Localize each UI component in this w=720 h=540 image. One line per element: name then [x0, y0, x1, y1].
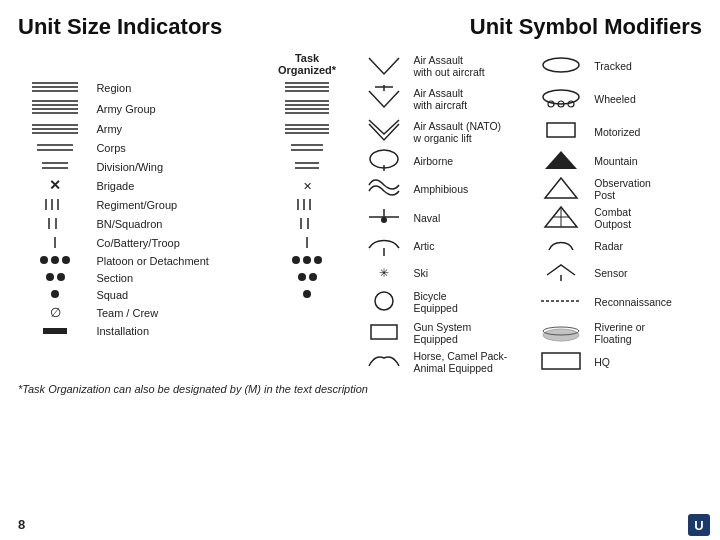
task-symbol-cell [266, 269, 348, 286]
squad-symbol [48, 288, 62, 300]
mod-symbol-cell [358, 81, 409, 116]
col-header-symbol [18, 50, 92, 77]
mod-label-cell: Horse, Camel Pack-Animal Equipped [409, 348, 532, 375]
modifier-row: Gun SystemEquipped Riverine orFloating [358, 317, 702, 348]
label-cell: Platoon or Detachment [92, 252, 266, 269]
modifier-row: Airborne Mountain [358, 147, 702, 174]
svg-point-54 [309, 273, 317, 281]
battery-task-symbol [300, 235, 314, 249]
svg-text:✕: ✕ [49, 178, 61, 192]
mod-symbol-cell: ✳ [358, 259, 409, 286]
symbol-cell [18, 138, 92, 157]
division-task-symbol [293, 159, 321, 173]
footer-note: *Task Organization can also be designate… [18, 383, 702, 395]
platoon-task-symbol [289, 254, 325, 266]
mod-label-cell2: Radar [590, 232, 702, 259]
logo-icon: U [688, 514, 710, 536]
mod-label-cell: Air Assaultwith out aircraft [409, 50, 532, 81]
svg-point-47 [62, 256, 70, 264]
table-row: Army [18, 119, 348, 138]
svg-rect-82 [371, 325, 397, 339]
radar-symbol [543, 234, 579, 256]
installation-symbol [41, 324, 69, 336]
left-column: Task Organized* R [18, 50, 348, 375]
army-symbol [30, 121, 80, 135]
corps-task-symbol [289, 140, 325, 154]
modifier-row: Amphibious ObservationPost [358, 174, 702, 203]
modifiers-table: Air Assaultwith out aircraft Tracked [358, 50, 702, 375]
mod-symbol-cell [358, 116, 409, 147]
mod-symbol-cell2 [532, 50, 590, 81]
label-cell: Corps [92, 138, 266, 157]
task-symbol-cell [266, 119, 348, 138]
svg-point-45 [40, 256, 48, 264]
svg-rect-66 [547, 123, 575, 137]
mod-label-cell: Air Assaultwith aircraft [409, 81, 532, 116]
regiment-symbol [40, 197, 70, 211]
modifier-row: Horse, Camel Pack-Animal Equipped HQ [358, 348, 702, 375]
ski-symbol: ✳ [365, 261, 403, 283]
air-assault-without-symbol [365, 52, 403, 78]
amphibious-symbol [365, 177, 403, 199]
wheeled-symbol [539, 87, 583, 109]
mod-label-cell2: Reconnaissance [590, 286, 702, 317]
page: Unit Size Indicators Unit Symbol Modifie… [0, 0, 720, 540]
mod-label-cell2: CombatOutpost [590, 203, 702, 232]
mod-symbol-cell [358, 232, 409, 259]
mod-label-cell: Amphibious [409, 174, 532, 203]
task-symbol-cell [266, 322, 348, 339]
mod-label-cell2: Sensor [590, 259, 702, 286]
section-task-symbol [295, 271, 319, 283]
region-task-symbol [283, 79, 331, 95]
battalion-symbol [43, 216, 67, 230]
page-number: 8 [18, 517, 25, 532]
mod-symbol-cell2 [532, 348, 590, 375]
task-symbol-cell [266, 157, 348, 176]
modifier-row: Air Assaultwith aircraft Wheeled [358, 81, 702, 116]
bicycle-symbol [365, 288, 403, 314]
modifier-row: BicycleEquipped Reconnaissance [358, 286, 702, 317]
mod-symbol-cell2 [532, 232, 590, 259]
observation-post-symbol [543, 176, 579, 200]
mod-label-cell2: ObservationPost [590, 174, 702, 203]
task-symbol-cell [266, 303, 348, 322]
mod-symbol-cell [358, 203, 409, 232]
task-symbol-cell [266, 233, 348, 252]
air-assault-with-symbol [365, 83, 403, 113]
mod-label-cell2: HQ [590, 348, 702, 375]
squad-task-symbol [300, 288, 314, 300]
mod-symbol-cell [358, 147, 409, 174]
col-header-label [92, 50, 266, 77]
table-row: Army Group [18, 98, 348, 119]
label-cell: BN/Squadron [92, 214, 266, 233]
label-cell: Team / Crew [92, 303, 266, 322]
task-symbol-cell [266, 138, 348, 157]
page-header: Unit Size Indicators Unit Symbol Modifie… [18, 14, 702, 40]
footnote-text: *Task Organization can also be designate… [18, 383, 368, 395]
label-cell: Army [92, 119, 266, 138]
label-cell: Squad [92, 286, 266, 303]
mod-symbol-cell [358, 317, 409, 348]
mod-label-cell: Airborne [409, 147, 532, 174]
table-row: Installation [18, 322, 348, 339]
task-symbol-cell [266, 77, 348, 98]
task-symbol-cell [266, 98, 348, 119]
svg-point-50 [314, 256, 322, 264]
airborne-symbol [365, 149, 403, 171]
svg-point-56 [303, 290, 311, 298]
table-row: Platoon or Detachment [18, 252, 348, 269]
label-cell: Section [92, 269, 266, 286]
sensor-symbol [543, 261, 579, 283]
corps-symbol [35, 140, 75, 154]
region-symbol [30, 79, 80, 95]
mod-label-cell: Ski [409, 259, 532, 286]
mod-label-cell2: Wheeled [590, 81, 702, 116]
svg-text:✕: ✕ [303, 180, 312, 192]
mod-symbol-cell2 [532, 81, 590, 116]
symbol-cell [18, 269, 92, 286]
symbol-cell [18, 286, 92, 303]
mod-label-cell2: Riverine orFloating [590, 317, 702, 348]
combat-outpost-symbol [543, 205, 579, 229]
artic-symbol [365, 234, 403, 256]
air-assault-nato-symbol [365, 118, 403, 144]
